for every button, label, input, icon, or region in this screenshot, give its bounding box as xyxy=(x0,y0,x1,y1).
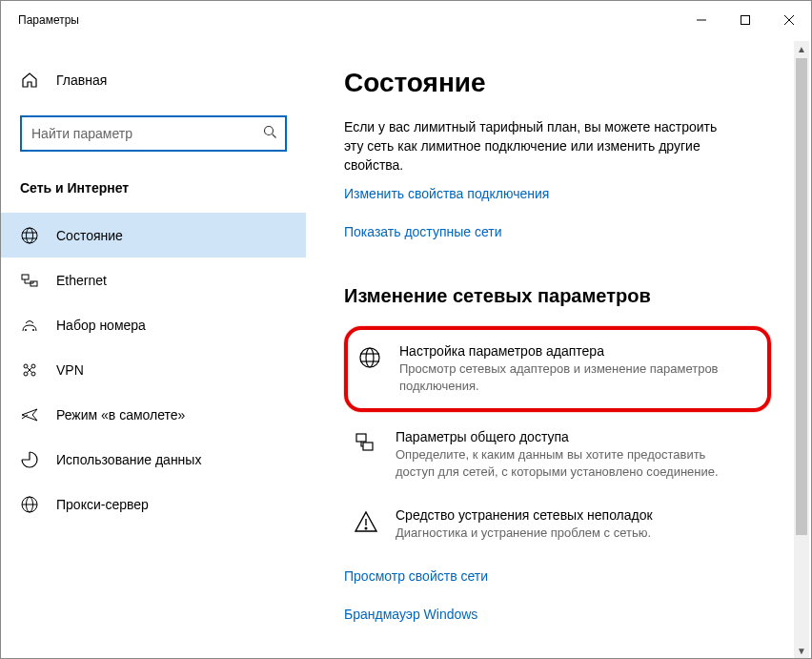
settings-window: Параметры Главная xyxy=(0,0,812,659)
sidebar-item-label: Прокси-сервер xyxy=(56,497,149,512)
action-description: Диагностика и устранение проблем с сетью… xyxy=(396,525,653,542)
network-settings-subhead: Изменение сетевых параметров xyxy=(344,285,777,307)
search-field[interactable] xyxy=(30,125,263,142)
action-title: Настройка параметров адаптера xyxy=(399,343,733,359)
action-title: Средство устранения сетевых неполадок xyxy=(396,507,653,523)
globe-icon xyxy=(20,226,39,245)
home-icon xyxy=(20,71,39,90)
minimize-button[interactable] xyxy=(680,1,723,39)
sidebar-item-status[interactable]: Состояние xyxy=(1,213,306,257)
svg-rect-1 xyxy=(741,16,750,25)
svg-point-12 xyxy=(25,329,27,331)
sidebar-home-label: Главная xyxy=(56,72,107,88)
svg-rect-10 xyxy=(22,275,29,279)
svg-point-7 xyxy=(27,228,33,243)
svg-rect-26 xyxy=(363,443,373,450)
sidebar-item-datausage[interactable]: Использование данных xyxy=(1,437,306,482)
sidebar-item-label: Состояние xyxy=(56,228,123,243)
svg-point-17 xyxy=(31,372,35,376)
action-description: Определите, к каким данным вы хотите пре… xyxy=(396,446,729,481)
svg-point-21 xyxy=(360,348,379,367)
scrollbar-thumb[interactable] xyxy=(796,58,807,535)
troubleshoot-icon xyxy=(354,509,378,534)
action-sharing-options[interactable]: Параметры общего доступа Определите, к к… xyxy=(344,416,777,494)
sidebar-item-airplane[interactable]: Режим «в самолете» xyxy=(1,392,306,437)
sidebar-item-dialup[interactable]: Набор номера xyxy=(1,302,306,347)
sidebar-item-label: Набор номера xyxy=(56,318,146,333)
action-adapter-settings[interactable]: Настройка параметров адаптера Просмотр с… xyxy=(344,326,771,412)
dialup-icon xyxy=(20,316,39,335)
action-troubleshoot[interactable]: Средство устранения сетевых неполадок Ди… xyxy=(344,494,777,555)
svg-point-14 xyxy=(24,364,28,368)
svg-point-16 xyxy=(24,372,28,376)
link-view-network-props[interactable]: Просмотр свойств сети xyxy=(344,568,488,584)
svg-line-5 xyxy=(273,134,276,138)
sidebar-section-label: Сеть и Интернет xyxy=(1,171,306,213)
sidebar-item-ethernet[interactable]: Ethernet xyxy=(1,257,306,302)
adapter-icon xyxy=(357,345,382,370)
scroll-up-arrow[interactable]: ▲ xyxy=(794,41,809,56)
maximize-button[interactable] xyxy=(723,1,767,39)
airplane-icon xyxy=(20,405,39,424)
titlebar: Параметры xyxy=(1,1,811,39)
sidebar-item-vpn[interactable]: VPN xyxy=(1,347,306,392)
svg-point-6 xyxy=(22,228,37,243)
svg-rect-25 xyxy=(356,434,366,442)
status-description: Если у вас лимитный тарифный план, вы мо… xyxy=(344,117,725,175)
sidebar-item-label: VPN xyxy=(56,362,84,378)
svg-point-15 xyxy=(31,364,35,368)
action-description: Просмотр сетевых адаптеров и изменение п… xyxy=(399,360,733,395)
scroll-down-arrow[interactable]: ▼ xyxy=(794,643,809,658)
link-firewall[interactable]: Брандмауэр Windows xyxy=(344,607,477,622)
search-input[interactable] xyxy=(20,115,287,152)
sidebar: Главная Сеть и Интернет Состояние Ethern… xyxy=(1,39,306,658)
sidebar-item-home[interactable]: Главная xyxy=(1,56,306,104)
sharing-icon xyxy=(354,431,378,456)
close-button[interactable] xyxy=(767,1,811,39)
sidebar-item-label: Ethernet xyxy=(56,273,107,288)
sidebar-item-proxy[interactable]: Прокси-сервер xyxy=(1,482,306,526)
svg-point-22 xyxy=(366,348,374,367)
svg-point-28 xyxy=(365,527,367,529)
svg-point-4 xyxy=(265,127,274,135)
ethernet-icon xyxy=(20,271,39,290)
action-title: Параметры общего доступа xyxy=(396,429,729,444)
content-pane: Состояние Если у вас лимитный тарифный п… xyxy=(306,39,811,658)
vertical-scrollbar[interactable]: ▲ ▼ xyxy=(794,41,809,658)
data-usage-icon xyxy=(20,450,39,469)
window-controls xyxy=(680,1,811,39)
proxy-icon xyxy=(20,495,39,514)
window-title: Параметры xyxy=(18,13,79,27)
link-show-networks[interactable]: Показать доступные сети xyxy=(344,224,502,239)
link-connection-properties[interactable]: Изменить свойства подключения xyxy=(344,186,549,201)
page-title: Состояние xyxy=(344,68,777,98)
sidebar-item-label: Использование данных xyxy=(56,452,201,467)
vpn-icon xyxy=(20,360,39,380)
sidebar-item-label: Режим «в самолете» xyxy=(56,407,185,422)
search-icon xyxy=(263,125,277,142)
svg-point-13 xyxy=(32,329,34,331)
